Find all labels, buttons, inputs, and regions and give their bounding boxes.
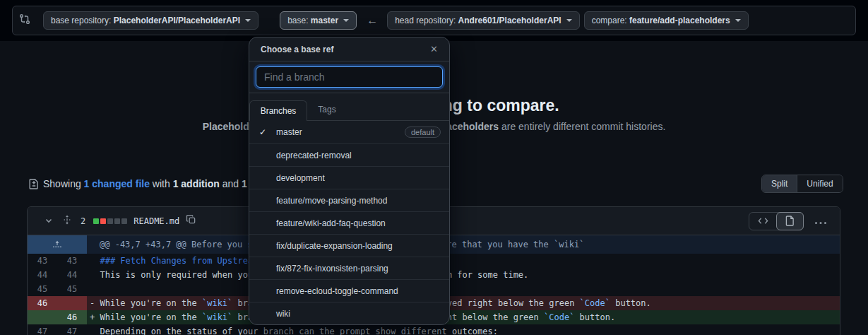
file-diff-icon	[28, 178, 40, 189]
branch-item[interactable]: fix/872-fix-inxonsisten-parsing	[249, 257, 449, 279]
base-ref-prefix: base:	[287, 16, 311, 25]
summary-text: with	[150, 178, 173, 189]
branch-item[interactable]: remove-ecloud-toggle-command	[249, 279, 449, 302]
branch-name: wiki	[276, 309, 441, 319]
diffstat-square-added	[93, 218, 99, 224]
branch-name: feature/move-parsing-method	[276, 196, 441, 206]
diff-marker	[90, 270, 100, 280]
new-line-number[interactable]: 44	[57, 268, 87, 282]
new-line-number[interactable]: 43	[57, 254, 87, 268]
compare-ref-prefix: compare:	[592, 16, 629, 25]
branch-item[interactable]: ✓masterdefault	[249, 121, 449, 143]
rich-diff-button[interactable]	[776, 212, 804, 230]
diff-row-context: 4747 Depending on the status of your bra…	[28, 324, 840, 335]
diff-marker: +	[90, 312, 100, 322]
split-view-button[interactable]: Split	[762, 175, 797, 192]
changed-files-link[interactable]: 1 changed file	[84, 178, 150, 189]
old-line-number[interactable]	[28, 310, 57, 324]
fold-up-icon	[52, 240, 62, 249]
base-ref-button[interactable]: base: master	[280, 11, 357, 30]
branch-name: fix/duplicate-expansion-loading	[276, 241, 441, 251]
compare-ref-button[interactable]: compare: feature/add-placeholders	[584, 11, 749, 30]
branch-item[interactable]: feature/move-parsing-method	[249, 189, 449, 211]
tab-branches[interactable]: Branches	[249, 100, 307, 121]
git-compare-icon	[19, 13, 30, 28]
code-segment: button.	[574, 312, 615, 322]
branch-item[interactable]: wiki	[249, 302, 449, 324]
old-line-number[interactable]: 45	[28, 282, 57, 296]
code-line: + While you're on the `wiki` branch, the…	[87, 310, 840, 324]
code-segment: While you're on the	[100, 312, 202, 322]
summary-text: Showing	[43, 178, 84, 189]
additions-count: 1 addition	[173, 178, 220, 189]
branch-name: fix/872-fix-inxonsisten-parsing	[276, 264, 441, 274]
branch-name: remove-ecloud-toggle-command	[276, 286, 441, 296]
diffstat-square-neutral	[121, 218, 127, 224]
branch-name: deprecated-removal	[276, 151, 441, 160]
code-line: ### Fetch Changes from Upstream	[87, 254, 840, 268]
expand-hunk-button[interactable]	[28, 235, 87, 254]
old-line-number[interactable]: 43	[28, 254, 57, 268]
branch-name: feature/wiki-add-faq-question	[276, 218, 441, 228]
code-line: This is only required when you haven't s…	[87, 268, 840, 282]
code-line: Depending on the status of your branch c…	[87, 324, 840, 335]
code-segment: `Code`	[544, 312, 574, 322]
dropdown-caret-icon	[245, 19, 251, 22]
old-line-number[interactable]: 47	[28, 324, 57, 335]
branch-search-wrap	[249, 61, 449, 93]
branch-name: master	[276, 127, 405, 137]
head-repository-value: Andre601/PlaceholderAPI	[458, 16, 561, 25]
branch-item[interactable]: development	[249, 166, 449, 189]
dropdown-caret-icon	[343, 19, 349, 22]
close-icon[interactable]: ✕	[430, 44, 438, 54]
diff-marker	[90, 256, 100, 266]
arrow-left-icon: ←	[367, 14, 378, 27]
dropdown-caret-icon	[566, 19, 572, 22]
tab-tags[interactable]: Tags	[307, 100, 347, 120]
compare-range-editor: base repository: PlaceholderAPI/Placehol…	[12, 6, 856, 35]
diff-display-toggle	[749, 212, 804, 230]
default-badge: default	[405, 127, 441, 138]
base-repository-button[interactable]: base repository: PlaceholderAPI/Placehol…	[43, 11, 258, 30]
head-repository-button[interactable]: head repository: Andre601/PlaceholderAPI	[387, 11, 579, 30]
code-segment: Depending on the status of your branch c…	[100, 327, 498, 335]
new-line-number[interactable]	[57, 296, 87, 310]
diffstat-square-neutral	[114, 218, 120, 224]
diff-view-toggle: Split Unified	[761, 175, 843, 193]
code-segment: `wiki`	[202, 312, 232, 322]
dropdown-title: Choose a base ref	[261, 45, 333, 54]
diff-marker	[90, 284, 100, 294]
code-segment: `Code`	[580, 298, 610, 308]
unified-view-button[interactable]: Unified	[797, 175, 842, 192]
new-line-number[interactable]: 46	[57, 310, 87, 324]
new-line-number[interactable]: 45	[57, 282, 87, 296]
compare-ref-value: feature/add-placeholders	[629, 16, 730, 25]
collapse-file-chevron-icon[interactable]	[44, 215, 53, 228]
copy-file-path-icon[interactable]	[186, 214, 196, 228]
code-segment: While you're on the	[100, 298, 202, 308]
branch-name: development	[276, 173, 441, 183]
base-ref-value: master	[311, 16, 338, 25]
branch-item[interactable]: feature/wiki-add-faq-question	[249, 211, 449, 234]
source-diff-button[interactable]	[749, 213, 777, 230]
move-file-icon[interactable]	[62, 215, 72, 228]
dropdown-header: Choose a base ref ✕	[249, 37, 449, 61]
branch-item[interactable]: fix/duplicate-expansion-loading	[249, 234, 449, 257]
old-line-number[interactable]: 46	[28, 296, 57, 310]
ref-type-tabs: Branches Tags	[249, 93, 449, 121]
summary-text: and	[220, 178, 242, 189]
check-icon: ✓	[259, 127, 276, 137]
diff-marker: -	[90, 298, 100, 308]
branch-search-input[interactable]	[256, 66, 443, 88]
kebab-menu-icon[interactable]	[814, 215, 827, 228]
file-change-count: 2	[81, 216, 85, 226]
code-segment: `wiki`	[202, 298, 232, 308]
old-line-number[interactable]: 44	[28, 268, 57, 282]
base-repository-value: PlaceholderAPI/PlaceholderAPI	[114, 16, 240, 25]
diff-marker	[90, 327, 100, 335]
branch-item[interactable]: deprecated-removal	[249, 143, 449, 166]
code-line: - While you're on the `wiki` branch, the…	[87, 296, 840, 310]
new-line-number[interactable]: 47	[57, 324, 87, 335]
file-name[interactable]: README.md	[133, 216, 179, 226]
base-repository-prefix: base repository:	[51, 16, 114, 25]
